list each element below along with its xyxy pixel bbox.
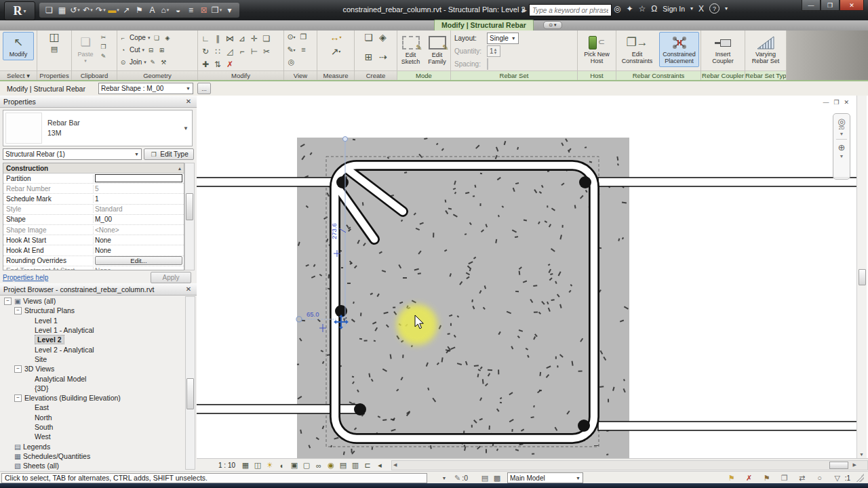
ribbon-display-toggle[interactable]: ⊙ ▾ [543, 21, 562, 29]
scale-button[interactable]: 1 : 10 [214, 462, 239, 469]
close-icon[interactable]: ✕ [184, 98, 193, 105]
demolish-icon[interactable]: ⚒ [159, 58, 168, 66]
close-button[interactable]: ✕ [840, 0, 864, 11]
scale-icon[interactable]: ◿ [224, 46, 236, 56]
property-row[interactable]: Shape Image <None> [3, 225, 184, 235]
vertical-scrollbar[interactable]: ▼ [856, 96, 867, 458]
tree-item[interactable]: − East [1, 403, 187, 412]
design-options-dialog-icon[interactable]: ▩ [491, 473, 503, 483]
horizontal-scrollbar[interactable]: ◀ ▶ [391, 460, 868, 470]
reveal-hidden-elements-icon[interactable]: ◉ [325, 460, 337, 470]
insert-coupler-button[interactable]: Insert Coupler [703, 32, 743, 67]
constrained-placement-button[interactable]: Constrained Placement [659, 32, 699, 67]
scroll-down-icon[interactable]: ▼ [857, 452, 866, 457]
section-construction[interactable]: Construction ▴ [3, 163, 184, 174]
edit-family-button[interactable]: ✎ Edit Family [425, 32, 449, 68]
properties-header[interactable]: Properties ✕ [0, 96, 197, 108]
more-options-button[interactable]: ... [197, 83, 211, 94]
camera-icon[interactable]: ◎ [285, 57, 297, 67]
measure-icon[interactable]: ▬▾ [108, 4, 119, 16]
copy-icon[interactable]: ❏ [261, 33, 273, 43]
apply-button[interactable]: Apply [151, 272, 191, 283]
cut-button[interactable]: Cut [130, 46, 140, 54]
search-icon[interactable]: ◎ [614, 4, 620, 14]
copy-to-clipboard-icon[interactable]: ❐ [99, 43, 108, 51]
show-crop-region-icon[interactable]: ▢ [300, 460, 313, 470]
exclude-options-icon[interactable]: ⚑ [761, 473, 773, 483]
temporary-view-properties-icon[interactable]: ▤ [337, 460, 349, 470]
close-hidden-windows-icon[interactable]: ⊠ [198, 4, 210, 16]
paste-button[interactable]: ❏ Paste ▾ [73, 32, 98, 66]
property-row[interactable]: Rounding Overrides Edit... [3, 256, 184, 266]
beam-icon[interactable]: ◈ [163, 34, 172, 42]
properties-palette-icon[interactable]: ◫ [49, 32, 60, 42]
zoom-icon[interactable]: ⊕ [838, 142, 846, 152]
move-icon[interactable]: ✛ [249, 33, 260, 43]
view-minimize-icon[interactable]: — [823, 99, 829, 106]
paint-icon[interactable]: ✎ [149, 58, 157, 66]
visibility-graphics-icon[interactable]: ⊙▾ [285, 32, 297, 42]
browser-scrollbar[interactable] [185, 296, 195, 470]
tree-item[interactable]: − ▤ Legends [1, 441, 187, 451]
chevron-down-icon[interactable]: ▼ [439, 476, 449, 481]
editing-requests-icon[interactable]: ✗ [743, 473, 755, 483]
tree-item[interactable]: − Level 1 - Analytical [1, 325, 187, 335]
cut-to-clipboard-icon[interactable]: ✂ [99, 33, 108, 41]
tree-item[interactable]: − Site [1, 354, 187, 364]
resize-grip[interactable] [856, 474, 864, 482]
worksets-dialog-icon[interactable]: ▤ [479, 473, 491, 483]
tree-item[interactable]: − Level 1 [1, 316, 187, 325]
switch-windows-icon[interactable]: ❐▾ [211, 4, 222, 16]
tree-item[interactable]: − Level 2 [1, 335, 187, 344]
sign-in-icon[interactable]: Ω [651, 4, 657, 14]
text-icon[interactable]: A [146, 4, 158, 16]
scroll-left-icon[interactable]: ◀ [393, 461, 397, 468]
varying-rebar-set-button[interactable]: Varying Rebar Set [747, 32, 785, 67]
scroll-right-icon[interactable]: ▶ [853, 461, 856, 468]
properties-help-link[interactable]: Properties help [3, 274, 48, 281]
property-row[interactable]: End Treatment At Start None [3, 266, 184, 270]
search-expand-icon[interactable]: ▶ [522, 7, 527, 14]
property-row[interactable]: Schedule Mark 1 [3, 194, 184, 204]
edit-sketch-button[interactable]: ✎ Edit Sketch [399, 32, 422, 68]
thin-lines-icon[interactable]: ≡ [185, 4, 197, 16]
isolate-icon[interactable]: ❐ [298, 32, 309, 42]
show-analytical-model-icon[interactable]: ▥ [349, 460, 361, 470]
pin-icon[interactable]: ✚ [200, 59, 212, 69]
edit-model-icon[interactable]: ❐ [778, 473, 791, 483]
customize-qat-icon[interactable]: ▾ [224, 4, 235, 16]
tree-expander-icon[interactable]: − [14, 307, 22, 314]
property-row[interactable]: Hook At Start None [3, 235, 184, 245]
tree-expander-icon[interactable]: − [14, 365, 22, 373]
active-design-option-select[interactable]: Main Model ▼ [507, 472, 583, 483]
offset-icon[interactable]: ∥ [212, 33, 224, 43]
join-button[interactable]: Join [130, 58, 142, 66]
tree-item[interactable]: − Elevations (Building Elevation) [1, 393, 187, 403]
press-drag-icon[interactable]: ⇄ [796, 473, 808, 483]
exchange-apps-icon[interactable]: X [698, 4, 704, 14]
modify-button[interactable]: ↖ Modify [3, 32, 34, 60]
aligned-dimension-icon[interactable]: ↗ [121, 4, 132, 16]
project-browser-header[interactable]: Project Browser - constrained_rebar_colu… [0, 283, 197, 296]
minimize-button[interactable]: — [802, 0, 821, 11]
application-menu-button[interactable]: R ▾ [4, 1, 35, 20]
tree-item[interactable]: − ▦ Schedules/Quantities [1, 451, 187, 461]
trim-icon[interactable]: ⌐ [237, 46, 248, 56]
sign-in-label[interactable]: Sign In [663, 5, 685, 13]
scrollbar-thumb[interactable] [186, 193, 193, 220]
unpin-icon[interactable]: ⇅ [212, 59, 224, 69]
tree-item[interactable]: − North [1, 413, 187, 422]
chevron-down-icon[interactable]: ▾ [690, 5, 693, 12]
pick-new-host-button[interactable]: ⊂ Pick New Host [579, 32, 614, 67]
tree-item[interactable]: − South [1, 422, 187, 432]
property-row[interactable]: Rebar Number 5 [3, 184, 184, 194]
visual-style-icon[interactable]: ◫ [252, 460, 264, 470]
reveal-constraints-icon[interactable]: ⊏ [361, 460, 374, 470]
save-icon[interactable]: ▦ [56, 4, 68, 16]
viewbar-collapse-icon[interactable]: ◂ [374, 460, 386, 470]
view-restore-icon[interactable]: ❐ [833, 99, 839, 106]
scrollbar-thumb[interactable] [859, 269, 866, 285]
communication-center-icon[interactable]: ✦ [626, 4, 633, 14]
mirror-axis-icon[interactable]: ⋈ [224, 33, 236, 43]
temporary-hide-isolate-icon[interactable]: ∞ [313, 460, 325, 470]
